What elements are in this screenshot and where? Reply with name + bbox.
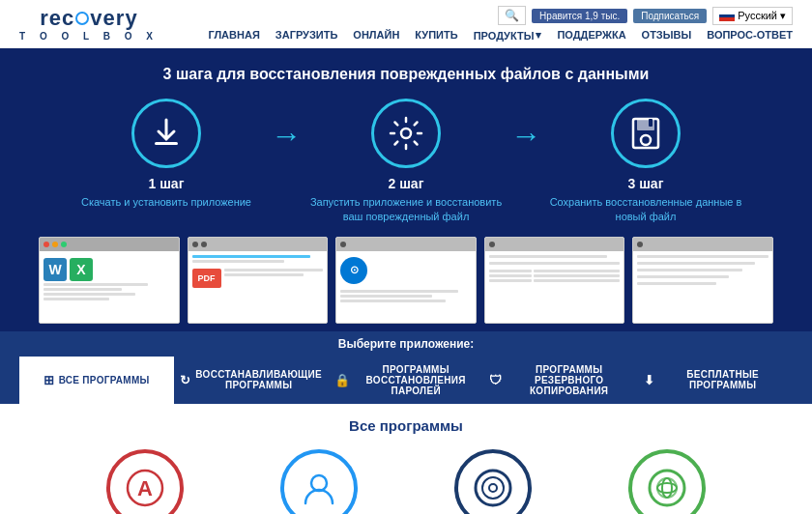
programs-title: Все программы: [19, 417, 793, 434]
hero-title: 3 шага для восстановления поврежденных ф…: [19, 66, 793, 83]
screenshots-strip: W X PDF: [19, 237, 793, 331]
access-icon: A: [124, 467, 166, 509]
shield-icon: 🛡: [489, 373, 502, 387]
chevron-down-icon: ▾: [780, 10, 786, 22]
settings-icon: [388, 115, 424, 152]
nav-buy[interactable]: КУПИТЬ: [415, 29, 457, 42]
save-icon: [627, 115, 664, 152]
refresh-icon: ↻: [180, 373, 190, 387]
screenshot-1: W X: [39, 237, 180, 324]
tab-recovery-programs[interactable]: ↻ ВОССТАНАВЛИВАЮЩИЕ ПРОГРАММЫ: [174, 357, 329, 404]
main-nav: ГЛАВНАЯ ЗАГРУЗИТЬ ОНЛАЙН КУПИТЬ ПРОДУКТЫ…: [208, 29, 793, 42]
tabs-section: Выберите приложение: ⊞ ВСЕ ПРОГРАММЫ ↻ В…: [0, 331, 812, 404]
screenshot-4: [484, 237, 625, 324]
social-bar: 🔍 Нравится 1,9 тыс. Подписаться Русский …: [498, 6, 793, 25]
flag-icon: [719, 11, 735, 21]
nav-faq[interactable]: ВОПРОС-ОТВЕТ: [707, 29, 793, 42]
svg-point-4: [641, 135, 651, 145]
access-icon-circle: A: [106, 449, 184, 514]
tab-free-programs[interactable]: ⬇ БЕСПЛАТНЫЕ ПРОГРАММЫ: [638, 357, 793, 404]
screenshot-3: ⊙: [335, 237, 477, 324]
addressbook-icon-circle: [280, 449, 358, 514]
tab-backup-programs[interactable]: 🛡 ПРОГРАММЫ РЕЗЕРВНОГО КОПИРОВАНИЯ: [483, 357, 638, 404]
programs-section: Все программы A Recovery Toolbox for Acc…: [0, 404, 812, 514]
screenshot-2: PDF: [188, 237, 329, 324]
svg-point-14: [662, 478, 672, 498]
tab-password-recovery[interactable]: 🔒 ПРОГРАММЫ ВОССТАНОВЛЕНИЯ ПАРОЛЕЙ: [329, 357, 483, 404]
corel-icon: [646, 467, 688, 509]
step-1: 1 шаг Скачать и установить приложение: [70, 99, 263, 210]
lock-icon: 🔒: [334, 373, 350, 387]
logo-toolbox: T O O L B O X: [19, 31, 159, 42]
step-1-number: 1 шаг: [149, 176, 185, 191]
grid-icon: ⊞: [44, 373, 54, 387]
program-access[interactable]: A Recovery Toolbox for Access: [68, 449, 222, 514]
step-3-number: 3 шаг: [628, 176, 664, 191]
logo-text: recvery: [40, 6, 137, 31]
cd-icon: [472, 467, 514, 509]
nav-online[interactable]: ОНЛАЙН: [353, 29, 399, 42]
screenshot-5: [632, 237, 773, 324]
step-1-circle: [131, 99, 201, 168]
search-button[interactable]: 🔍: [498, 6, 526, 25]
cd-icon-circle: [454, 449, 532, 514]
step-3-desc: Сохранить восстановленные данные в новый…: [549, 195, 742, 225]
step-2-desc: Запустить приложение и восстановить ваш …: [309, 195, 503, 225]
person-icon: [298, 467, 340, 509]
facebook-button[interactable]: Нравится 1,9 тыс.: [532, 9, 627, 23]
logo[interactable]: recvery T O O L B O X: [19, 6, 159, 42]
svg-text:A: A: [137, 476, 153, 500]
programs-grid: A Recovery Toolbox for Access Recovery T…: [19, 449, 793, 514]
svg-rect-0: [155, 142, 178, 145]
step-2-number: 2 шаг: [389, 176, 424, 191]
program-coreldraw[interactable]: Recovery Toolbox for CorelDraw: [590, 449, 744, 514]
arrow-1-icon: →: [271, 118, 302, 154]
nav-support[interactable]: ПОДДЕРЖКА: [557, 29, 625, 42]
svg-point-1: [401, 128, 411, 138]
program-cd[interactable]: Recovery Toolbox for CD Free: [416, 449, 570, 514]
tab-all-programs[interactable]: ⊞ ВСЕ ПРОГРАММЫ: [19, 357, 174, 404]
step-1-desc: Скачать и установить приложение: [81, 195, 251, 210]
language-button[interactable]: Русский ▾: [712, 7, 793, 25]
tab-backup-label: ПРОГРАММЫ РЕЗЕРВНОГО КОПИРОВАНИЯ: [506, 364, 632, 396]
svg-rect-5: [649, 119, 652, 127]
nav-download[interactable]: ЗАГРУЗИТЬ: [276, 29, 338, 42]
nav-home[interactable]: ГЛАВНАЯ: [208, 29, 259, 42]
tab-all-label: ВСЕ ПРОГРАММЫ: [59, 375, 150, 386]
tab-password-label: ПРОГРАММЫ ВОССТАНОВЛЕНИЯ ПАРОЛЕЙ: [354, 364, 478, 396]
nav-products[interactable]: ПРОДУКТЫ ▾: [474, 29, 542, 42]
step-3-circle: [611, 99, 681, 168]
nav-reviews[interactable]: ОТЗЫВЫ: [642, 29, 692, 42]
tabs-row: ⊞ ВСЕ ПРОГРАММЫ ↻ ВОССТАНАВЛИВАЮЩИЕ ПРОГ…: [19, 357, 793, 404]
chevron-down-icon: ▾: [536, 29, 541, 42]
corel-icon-circle: [628, 449, 706, 514]
svg-point-11: [489, 484, 497, 492]
lang-label: Русский: [738, 10, 777, 21]
choose-label: Выберите приложение:: [19, 337, 793, 351]
vk-button[interactable]: Подписаться: [633, 9, 707, 23]
tab-free-label: БЕСПЛАТНЫЕ ПРОГРАММЫ: [658, 369, 787, 390]
arrow-2-icon: →: [510, 118, 541, 154]
step-3: 3 шаг Сохранить восстановленные данные в…: [549, 99, 742, 225]
steps-row: 1 шаг Скачать и установить приложение → …: [19, 99, 793, 225]
site-header: recvery T O O L B O X 🔍 Нравится 1,9 тыс…: [0, 0, 812, 48]
program-addressbook[interactable]: Recovery Toolbox for Address Book: [242, 449, 396, 514]
step-2: 2 шаг Запустить приложение и восстановит…: [309, 99, 503, 225]
header-right: 🔍 Нравится 1,9 тыс. Подписаться Русский …: [208, 6, 793, 42]
svg-point-8: [311, 475, 327, 491]
download-icon: ⬇: [644, 373, 654, 387]
step-2-circle: [371, 99, 441, 168]
download-icon: [148, 115, 185, 152]
hero-section: 3 шага для восстановления поврежденных ф…: [0, 48, 812, 331]
tab-recovery-label: ВОССТАНАВЛИВАЮЩИЕ ПРОГРАММЫ: [194, 369, 323, 390]
